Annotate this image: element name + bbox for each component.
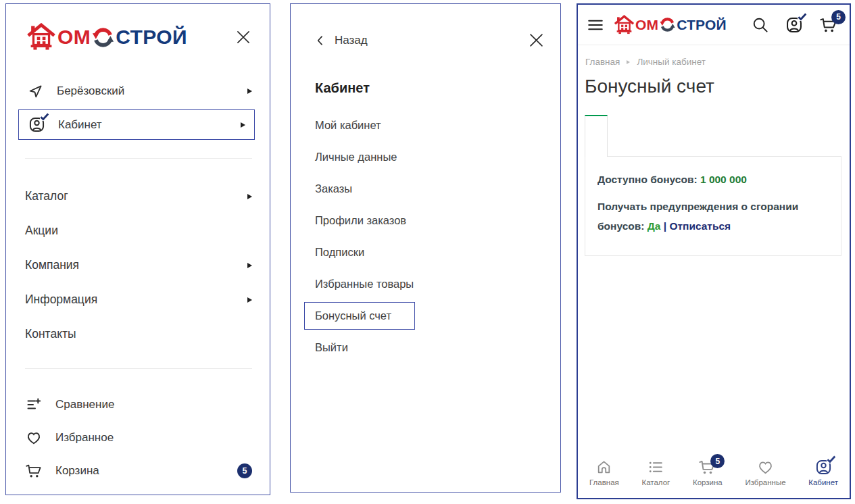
ring-logo-icon	[659, 16, 676, 33]
cabinet-label: Кабинет	[58, 118, 102, 132]
city-selector[interactable]: Берёзовский	[26, 76, 252, 107]
menu-item-info[interactable]: Информация	[25, 282, 252, 317]
check-icon	[40, 113, 49, 121]
bonus-tab[interactable]	[585, 115, 608, 157]
account-icon[interactable]	[785, 16, 803, 34]
item-my-cabinet[interactable]: Мой кабинет	[315, 109, 560, 141]
breadcrumb-separator-icon	[627, 60, 630, 64]
heart-icon	[757, 459, 774, 476]
item-logout[interactable]: Выйти	[315, 332, 560, 363]
home-icon	[595, 459, 612, 476]
compare-icon	[25, 397, 43, 413]
location-icon	[26, 84, 44, 99]
account-icon	[28, 116, 45, 133]
cabinet-submenu-panel: Назад Кабинет Мой кабинет Личные данные …	[290, 3, 561, 493]
divider	[25, 368, 252, 369]
utility-menu: Сравнение Избранное Корзина 5	[25, 388, 252, 487]
cart-count-badge: 5	[237, 463, 252, 478]
compare-item[interactable]: Сравнение	[25, 388, 252, 421]
house-logo-icon	[26, 23, 56, 51]
nav-home[interactable]: Главная	[589, 453, 619, 498]
nav-cabinet[interactable]: Кабинет	[808, 453, 838, 498]
bonus-warning-line: Получать предупреждения о сгорании бонус…	[597, 197, 826, 236]
cart-icon	[25, 463, 43, 479]
page-title: Бонусный счет	[585, 76, 850, 97]
ring-logo-icon	[91, 26, 115, 49]
heart-icon	[25, 430, 43, 446]
check-icon	[798, 13, 807, 21]
item-personal-data[interactable]: Личные данные	[315, 141, 560, 173]
bonus-available-line: Доступно бонусов: 1 000 000	[597, 174, 829, 186]
breadcrumb-home[interactable]: Главная	[585, 57, 620, 67]
cart-icon[interactable]: 5	[819, 16, 838, 34]
bonus-available-value: 1 000 000	[700, 174, 747, 185]
brand-text-red: ОМ	[635, 17, 658, 33]
chevron-left-icon	[314, 34, 327, 47]
house-logo-icon	[614, 15, 635, 35]
submenu-header: Назад	[314, 31, 545, 49]
submenu-title: Кабинет	[315, 80, 560, 96]
brand-text-navy: СТРОЙ	[116, 26, 187, 49]
favorites-item[interactable]: Избранное	[25, 421, 252, 454]
nav-catalog[interactable]: Каталог	[641, 453, 670, 498]
hamburger-menu-icon[interactable]	[587, 16, 604, 34]
menu-item-company[interactable]: Компания	[25, 248, 252, 282]
item-order-profiles[interactable]: Профили заказов	[315, 205, 560, 236]
check-icon	[827, 455, 836, 463]
bonus-available-label: Доступно бонусов:	[597, 174, 698, 185]
item-favorite-products[interactable]: Избранные товары	[315, 268, 560, 300]
menu-item-catalog[interactable]: Каталог	[25, 179, 252, 213]
cart-icon: 5	[698, 459, 716, 476]
search-icon[interactable]	[751, 16, 769, 34]
menu-item-promos[interactable]: Акции	[25, 213, 252, 248]
bonus-page-panel: ОМ СТРОЙ 5 Главная Личн	[577, 3, 851, 499]
unsubscribe-link[interactable]: Отписаться	[669, 220, 731, 232]
catalog-icon	[648, 459, 664, 476]
brand-text-red: ОМ	[57, 26, 91, 49]
main-menu: Каталог Акции Компания Информация Контак…	[25, 179, 252, 351]
bonus-info-card: Доступно бонусов: 1 000 000 Получать пре…	[585, 156, 841, 256]
chevron-right-icon	[247, 297, 252, 303]
city-label: Берёзовский	[57, 84, 124, 98]
chevron-right-icon	[247, 89, 252, 94]
brand-logo[interactable]: ОМ СТРОЙ	[614, 15, 727, 35]
chevron-right-icon	[247, 194, 252, 199]
account-icon	[815, 459, 832, 476]
mobile-menu-panel: ОМ СТРОЙ Берёзовский Кабинет	[5, 3, 270, 495]
menu-header: ОМ СТРОЙ	[26, 23, 252, 51]
cart-count-badge: 5	[710, 454, 725, 468]
menu-item-contacts[interactable]: Контакты	[25, 317, 252, 351]
separator: |	[664, 220, 666, 232]
brand-text-navy: СТРОЙ	[677, 17, 727, 33]
item-subscriptions[interactable]: Подписки	[315, 236, 560, 268]
chevron-right-icon	[247, 263, 252, 268]
breadcrumb-current: Личный кабинет	[637, 57, 706, 67]
item-orders[interactable]: Заказы	[315, 173, 560, 205]
breadcrumb: Главная Личный кабинет	[585, 57, 840, 67]
chevron-right-icon	[241, 122, 245, 128]
close-icon[interactable]	[527, 31, 545, 49]
bonus-warning-value: Да	[648, 220, 661, 232]
cart-count-badge: 5	[831, 10, 846, 24]
bottom-navigation: Главная Каталог 5 Корзина Избранные	[578, 453, 850, 498]
brand-logo[interactable]: ОМ СТРОЙ	[26, 23, 187, 51]
app-header: ОМ СТРОЙ 5	[578, 5, 850, 45]
item-bonus-account[interactable]: Бонусный счет	[304, 302, 415, 330]
cart-item[interactable]: Корзина 5	[25, 454, 252, 487]
cabinet-menu-item[interactable]: Кабинет	[18, 109, 255, 140]
nav-favorites[interactable]: Избранные	[745, 453, 785, 498]
nav-cart[interactable]: 5 Корзина	[693, 453, 723, 498]
divider	[25, 158, 252, 159]
cabinet-links: Мой кабинет Личные данные Заказы Профили…	[291, 109, 560, 363]
close-icon[interactable]	[235, 28, 252, 46]
back-button[interactable]: Назад	[314, 34, 368, 47]
